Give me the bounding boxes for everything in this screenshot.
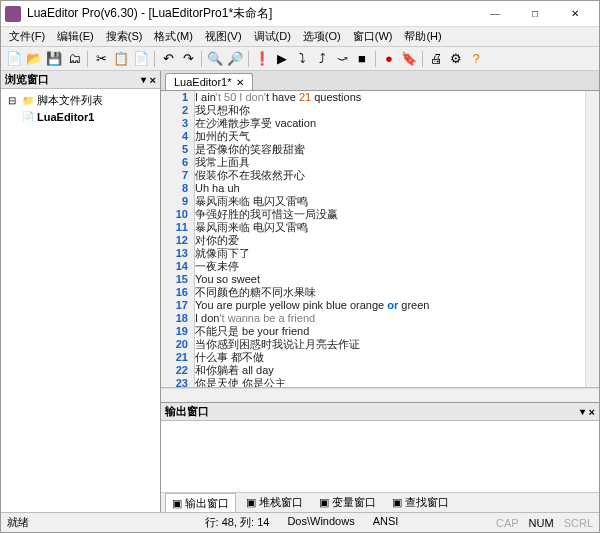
separator <box>201 51 202 67</box>
folder-icon: 📁 <box>21 94 34 107</box>
editor-tab[interactable]: LuaEditor1* ✕ <box>165 73 253 90</box>
tab-close-icon[interactable]: ✕ <box>236 77 244 88</box>
code-line[interactable]: 加州的天气 <box>195 130 585 143</box>
editor-panel: LuaEditor1* ✕ 12345678910111213141516171… <box>161 71 599 512</box>
expand-icon[interactable]: ⊟ <box>5 94 18 107</box>
find-icon[interactable]: 🔍 <box>206 50 224 68</box>
code-line[interactable]: You are purple yellow pink blue orange o… <box>195 299 585 312</box>
line-number: 20 <box>161 338 188 351</box>
line-number: 17 <box>161 299 188 312</box>
maximize-button[interactable]: □ <box>515 2 555 26</box>
output-body[interactable] <box>161 421 599 492</box>
pin-icon[interactable]: ▾ <box>141 74 146 85</box>
output-tab-find[interactable]: ▣查找窗口 <box>386 493 455 512</box>
close-button[interactable]: ✕ <box>555 2 595 26</box>
menu-view[interactable]: 视图(V) <box>199 27 248 46</box>
code-line[interactable]: 不能只是 be your friend <box>195 325 585 338</box>
panel-close-icon[interactable]: × <box>589 406 595 418</box>
help-icon[interactable]: ? <box>467 50 485 68</box>
menu-file[interactable]: 文件(F) <box>3 27 51 46</box>
stepover-icon[interactable]: ⤴ <box>313 50 331 68</box>
vertical-scrollbar[interactable] <box>585 91 599 387</box>
save-icon[interactable]: 💾 <box>45 50 63 68</box>
separator <box>375 51 376 67</box>
menu-edit[interactable]: 编辑(E) <box>51 27 100 46</box>
code-line[interactable]: 不同颜色的糖不同水果味 <box>195 286 585 299</box>
code-line[interactable]: 我只想和你 <box>195 104 585 117</box>
browse-panel-header: 浏览窗口 ▾ × <box>1 71 160 89</box>
menu-window[interactable]: 窗口(W) <box>347 27 399 46</box>
settings-icon[interactable]: ⚙ <box>447 50 465 68</box>
code-line[interactable]: 争强好胜的我可惜这一局没赢 <box>195 208 585 221</box>
horizontal-scrollbar[interactable] <box>161 388 599 402</box>
tree-root[interactable]: ⊟ 📁 脚本文件列表 <box>5 93 156 108</box>
output-panel: 输出窗口 ▾ × ▣输出窗口 ▣堆栈窗口 ▣变量窗口 ▣查找窗口 <box>161 402 599 512</box>
separator <box>154 51 155 67</box>
code-line[interactable]: 假装你不在我依然开心 <box>195 169 585 182</box>
status-lineending: Dos\Windows <box>287 515 354 530</box>
menu-search[interactable]: 搜索(S) <box>100 27 149 46</box>
paste-icon[interactable]: 📄 <box>132 50 150 68</box>
code-line[interactable]: You so sweet <box>195 273 585 286</box>
line-number: 7 <box>161 169 188 182</box>
breakpoint-icon[interactable]: ● <box>380 50 398 68</box>
menu-options[interactable]: 选项(O) <box>297 27 347 46</box>
code-line[interactable]: 在沙滩散步享受 vacation <box>195 117 585 130</box>
code-line[interactable]: I ain't 50 I don't have 21 questions <box>195 91 585 104</box>
status-ready: 就绪 <box>7 515 107 530</box>
code-area[interactable]: I ain't 50 I don't have 21 questions我只想和… <box>195 91 585 387</box>
code-line[interactable]: 当你感到困惑时我说让月亮去作证 <box>195 338 585 351</box>
menu-format[interactable]: 格式(M) <box>148 27 199 46</box>
code-line[interactable]: 什么事 都不做 <box>195 351 585 364</box>
menu-help[interactable]: 帮助(H) <box>398 27 447 46</box>
replace-icon[interactable]: 🔎 <box>226 50 244 68</box>
tab-icon: ▣ <box>172 497 182 510</box>
minimize-button[interactable]: — <box>475 2 515 26</box>
code-line[interactable]: 你是天使 你是公主 <box>195 377 585 387</box>
code-line[interactable]: 和你躺着 all day <box>195 364 585 377</box>
status-encoding: ANSI <box>373 515 399 530</box>
new-icon[interactable]: 📄 <box>5 50 23 68</box>
line-number: 10 <box>161 208 188 221</box>
code-line[interactable]: 暴风雨来临 电闪又雷鸣 <box>195 221 585 234</box>
file-icon: 📄 <box>21 110 34 123</box>
open-icon[interactable]: 📂 <box>25 50 43 68</box>
line-number: 21 <box>161 351 188 364</box>
cut-icon[interactable]: ✂ <box>92 50 110 68</box>
line-number: 11 <box>161 221 188 234</box>
panel-close-icon[interactable]: × <box>150 74 156 86</box>
code-line[interactable]: 一夜未停 <box>195 260 585 273</box>
output-tab-var[interactable]: ▣变量窗口 <box>313 493 382 512</box>
tree-file-item[interactable]: 📄 LuaEditor1 <box>21 110 156 123</box>
output-tab-output[interactable]: ▣输出窗口 <box>165 493 236 513</box>
code-line[interactable]: 对你的爱 <box>195 234 585 247</box>
stepout-icon[interactable]: ⤻ <box>333 50 351 68</box>
stop-icon[interactable]: ■ <box>353 50 371 68</box>
copy-icon[interactable]: 📋 <box>112 50 130 68</box>
status-bar: 就绪 行: 48, 列: 14 Dos\Windows ANSI CAP NUM… <box>1 512 599 532</box>
menu-debug[interactable]: 调试(D) <box>248 27 297 46</box>
output-tab-stack[interactable]: ▣堆栈窗口 <box>240 493 309 512</box>
print-icon[interactable]: 🖨 <box>427 50 445 68</box>
browse-panel: 浏览窗口 ▾ × ⊟ 📁 脚本文件列表 📄 LuaEditor1 <box>1 71 161 512</box>
code-line[interactable]: 是否像你的笑容般甜蜜 <box>195 143 585 156</box>
debug-icon[interactable]: ▶ <box>273 50 291 68</box>
code-line[interactable]: 暴风雨来临 电闪又雷鸣 <box>195 195 585 208</box>
run-icon[interactable]: ❗ <box>253 50 271 68</box>
saveall-icon[interactable]: 🗂 <box>65 50 83 68</box>
line-number: 19 <box>161 325 188 338</box>
redo-icon[interactable]: ↷ <box>179 50 197 68</box>
line-number: 16 <box>161 286 188 299</box>
line-number: 5 <box>161 143 188 156</box>
code-line[interactable]: 我常上面具 <box>195 156 585 169</box>
bookmark-icon[interactable]: 🔖 <box>400 50 418 68</box>
code-line[interactable]: Uh ha uh <box>195 182 585 195</box>
line-number: 13 <box>161 247 188 260</box>
code-line[interactable]: 就像雨下了 <box>195 247 585 260</box>
undo-icon[interactable]: ↶ <box>159 50 177 68</box>
stepinto-icon[interactable]: ⤵ <box>293 50 311 68</box>
code-line[interactable]: I don't wanna be a friend <box>195 312 585 325</box>
line-number: 9 <box>161 195 188 208</box>
pin-icon[interactable]: ▾ <box>580 406 585 417</box>
status-cap: CAP <box>496 517 519 529</box>
